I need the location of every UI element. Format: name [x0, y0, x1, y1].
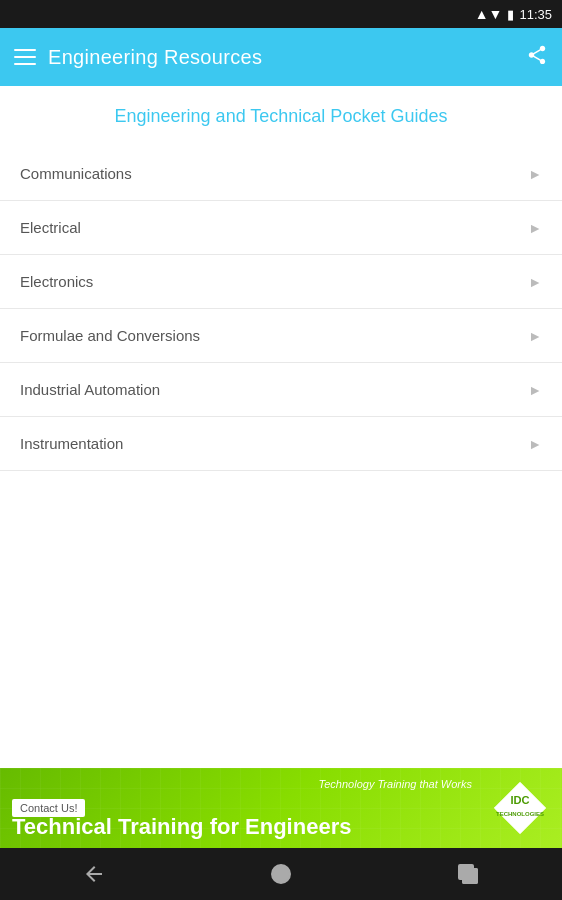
section-title: Engineering and Technical Pocket Guides	[0, 106, 562, 127]
svg-marker-0	[494, 782, 545, 833]
chevron-icon: ►	[528, 220, 542, 236]
app-bar: Engineering Resources	[0, 28, 562, 86]
ad-banner[interactable]: Contact Us! Technology Training that Wor…	[0, 768, 562, 848]
svg-rect-6	[463, 869, 477, 883]
content-area: Engineering and Technical Pocket Guides …	[0, 86, 562, 471]
list-instrumentation[interactable]: Instrumentation ►	[0, 417, 562, 471]
list-communications[interactable]: Communications ►	[0, 147, 562, 201]
ad-tagline: Technology Training that Works	[319, 778, 472, 790]
share-icon[interactable]	[526, 44, 548, 71]
bottom-navigation	[0, 848, 562, 900]
status-time: 11:35	[519, 7, 552, 22]
battery-icon: ▮	[507, 7, 514, 22]
chevron-icon: ►	[528, 436, 542, 452]
back-button[interactable]	[64, 854, 124, 894]
chevron-icon: ►	[528, 166, 542, 182]
app-bar-left: Engineering Resources	[14, 46, 262, 69]
list-industrial-automation[interactable]: Industrial Automation ►	[0, 363, 562, 417]
list-formulae[interactable]: Formulae and Conversions ►	[0, 309, 562, 363]
chevron-icon: ►	[528, 274, 542, 290]
wifi-icon: ▲▼	[475, 6, 503, 22]
hamburger-menu-icon[interactable]	[14, 49, 36, 65]
list-electronics[interactable]: Electronics ►	[0, 255, 562, 309]
app-title: Engineering Resources	[48, 46, 262, 69]
chevron-icon: ►	[528, 382, 542, 398]
home-button[interactable]	[251, 854, 311, 894]
svg-point-3	[272, 865, 290, 883]
recent-apps-button[interactable]	[438, 854, 498, 894]
list-electrical[interactable]: Electrical ►	[0, 201, 562, 255]
idc-logo: IDC TECHNOLOGIES	[490, 778, 550, 838]
ad-main-text: Technical Training for Engineers	[12, 814, 351, 840]
chevron-icon: ►	[528, 328, 542, 344]
status-bar: ▲▼ ▮ 11:35	[0, 0, 562, 28]
svg-text:IDC: IDC	[510, 794, 529, 806]
svg-text:TECHNOLOGIES: TECHNOLOGIES	[496, 811, 544, 817]
status-icons: ▲▼ ▮ 11:35	[475, 6, 552, 22]
